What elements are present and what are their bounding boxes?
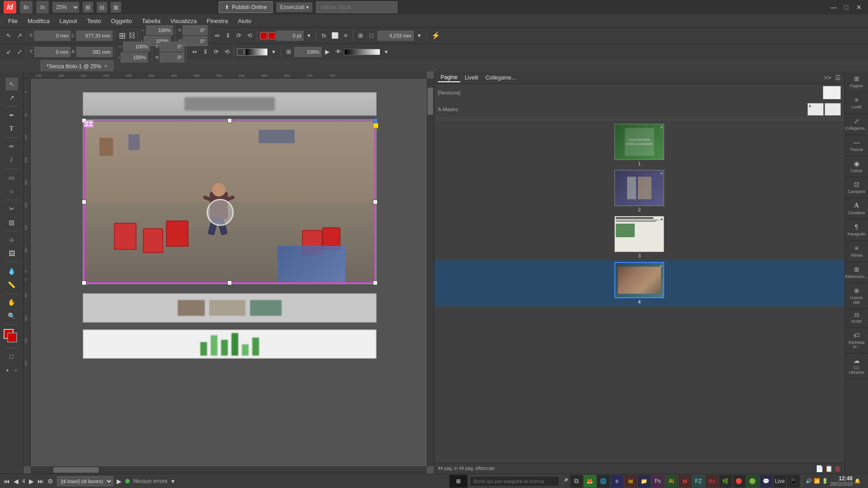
ie-icon[interactable]: e <box>611 475 623 488</box>
hand-tool[interactable]: ✋ <box>5 296 18 309</box>
tb2-rot-btn1[interactable]: ⟳ <box>211 47 221 57</box>
page-delete-btn[interactable]: 🗑 <box>835 465 841 472</box>
panel-more-btn[interactable]: >> <box>824 74 831 81</box>
side-panel-paragrafo[interactable]: ¶ Paragrafo <box>845 220 868 241</box>
ai-icon[interactable]: Ai <box>665 475 678 488</box>
tb2-btn2[interactable]: ⤢ <box>14 47 24 57</box>
select-tool-btn[interactable]: ↖ <box>4 31 14 41</box>
panel-tab-livelli[interactable]: Livelli <box>462 74 481 82</box>
gradient-tool[interactable]: ▨ <box>5 216 18 229</box>
main-page[interactable] <box>83 119 377 284</box>
image-frame[interactable] <box>85 122 374 282</box>
side-panel-traccia[interactable]: — Traccia <box>845 135 868 156</box>
side-panel-unione-dati[interactable]: ⊗ Unione dati <box>845 283 868 309</box>
stock-icon[interactable]: St <box>36 1 49 14</box>
icon-10[interactable]: 🟢 <box>746 475 759 488</box>
tb2-colorbar-select-btn[interactable]: ▾ <box>381 47 391 57</box>
menu-oggetto[interactable]: Oggetto <box>107 16 137 26</box>
side-panel-cc-libraries[interactable]: ☁ CC Libraries <box>845 353 868 379</box>
dimension-toggle-btn[interactable]: ⊞ <box>356 31 366 41</box>
maximize-button[interactable]: □ <box>841 2 852 13</box>
handle-ml[interactable] <box>82 200 86 204</box>
tb2-flip-h-btn[interactable]: ⇔ <box>189 47 199 57</box>
tb2-eye-btn[interactable]: 👁 <box>333 47 343 57</box>
rect-tool[interactable]: ▭ <box>5 171 18 184</box>
tb2-color-swatch1[interactable] <box>237 48 244 56</box>
start-btn[interactable]: ⊞ <box>449 475 467 488</box>
measure-tool[interactable]: 📏 <box>5 278 18 291</box>
pen-tool[interactable]: ✒ <box>5 109 18 122</box>
page-2-thumb[interactable]: A <box>614 170 664 206</box>
icon-9[interactable]: 🔴 <box>733 475 745 488</box>
side-panel-allinea[interactable]: ≡ Allinea <box>845 241 868 262</box>
layout-btn-1[interactable]: ⊞ <box>83 2 93 13</box>
page-item-1[interactable]: A COSTRUIRECON LEGNAME 1 <box>434 122 845 168</box>
acrobat-icon[interactable]: Ac <box>706 475 718 488</box>
a-input[interactable] <box>76 47 113 57</box>
y-input[interactable] <box>34 47 71 57</box>
mode-btn1[interactable]: ▪ <box>4 364 11 376</box>
side-panel-collegamenti[interactable]: ⤢ Collegame... <box>845 114 868 135</box>
panel-tab-pagine[interactable]: Pagine <box>438 73 460 82</box>
tb2-scale-w-input[interactable] <box>123 42 150 52</box>
side-panel-elaborazione[interactable]: ⊞ Elaborazio... <box>845 262 868 283</box>
shear-input[interactable] <box>160 42 184 52</box>
side-panel-colore[interactable]: ◉ Colore <box>845 156 868 178</box>
lightning-btn[interactable]: ⚡ <box>429 31 442 40</box>
menu-tabella[interactable]: Tabella <box>137 16 165 26</box>
publish-online-button[interactable]: ⬆ Publish Online <box>219 1 273 13</box>
rotation1-input[interactable] <box>183 25 208 35</box>
side-panel-script[interactable]: JS Script <box>845 309 868 328</box>
tb2-gradient-swatch[interactable] <box>245 48 268 56</box>
page-item-4[interactable]: A 4 <box>434 260 845 306</box>
taskview-btn[interactable]: ⧉ <box>570 475 583 488</box>
tb2-color-btn[interactable]: ▾ <box>269 47 278 57</box>
id-taskbar-icon[interactable]: Id <box>624 475 637 488</box>
tb2-rot-btn2[interactable]: ⟲ <box>222 47 232 57</box>
scissors-tool[interactable]: ✂ <box>5 202 18 215</box>
nav-prev-btn[interactable]: ◀ <box>14 478 19 485</box>
menu-testo[interactable]: Testo <box>82 16 105 26</box>
dimension-select-btn[interactable]: ▾ <box>415 31 425 41</box>
tb2-scale-h-input[interactable] <box>121 52 148 62</box>
page-insert-btn[interactable]: 📄 <box>816 465 823 472</box>
indesign-icon[interactable]: Id <box>679 475 691 488</box>
l-input[interactable] <box>76 31 113 41</box>
vscrollbar-thumb[interactable] <box>428 88 433 115</box>
flip-v-btn[interactable]: ⇕ <box>223 31 233 41</box>
play-btn[interactable]: ▶ <box>117 478 122 485</box>
panel-tab-collegamenti[interactable]: Collegame... <box>483 74 519 82</box>
mode-btn2[interactable]: ▫ <box>12 364 19 376</box>
horizontal-scrollbar[interactable] <box>31 466 427 474</box>
amastro-thumb-right[interactable] <box>825 103 841 116</box>
icon-8[interactable]: 🌿 <box>719 475 732 488</box>
view-mode-btn[interactable]: □ <box>5 350 18 363</box>
zoom-select[interactable]: 25%50%75%100% <box>52 2 79 13</box>
nav-settings-btn[interactable]: ⚙ <box>47 478 53 485</box>
chrome-icon[interactable]: 🌐 <box>597 475 610 488</box>
handle-rotate[interactable] <box>373 123 378 128</box>
adobe-stock-search[interactable] <box>316 1 397 13</box>
close-button[interactable]: ✕ <box>854 2 864 13</box>
notification-icon[interactable]: 🔔 <box>854 478 861 484</box>
page-item-2[interactable]: A 2 <box>434 168 845 214</box>
handle-mr[interactable] <box>373 200 377 204</box>
dimension-input[interactable] <box>377 31 414 41</box>
page-1-thumb[interactable]: A COSTRUIRECON LEGNAME <box>614 124 664 160</box>
align-center-btn[interactable]: ≡ <box>341 31 351 41</box>
fill-swatch[interactable] <box>7 333 17 343</box>
image-tool[interactable]: 🖼 <box>5 247 18 260</box>
tb2-color-bar[interactable] <box>344 49 380 55</box>
line-tool[interactable]: / <box>5 154 18 166</box>
tb2-zoom-run-btn[interactable]: ▶ <box>322 47 332 57</box>
grad-input[interactable] <box>160 52 184 62</box>
align-left-btn[interactable]: ⬜ <box>330 31 340 41</box>
x-input[interactable] <box>34 31 71 41</box>
page-master-btn[interactable]: 📋 <box>825 465 833 472</box>
layout-btn-2[interactable]: ⊟ <box>97 2 107 13</box>
stroke-color-swatch[interactable] <box>260 32 267 39</box>
selection-tool[interactable]: ↖ <box>5 78 18 90</box>
transform-btn2[interactable]: ⟳ <box>234 31 244 41</box>
collapse-left-btn[interactable]: ‹ <box>24 272 28 286</box>
doc-tab-active[interactable]: *Senza titolo-1 @ 25% ✕ <box>41 61 113 71</box>
